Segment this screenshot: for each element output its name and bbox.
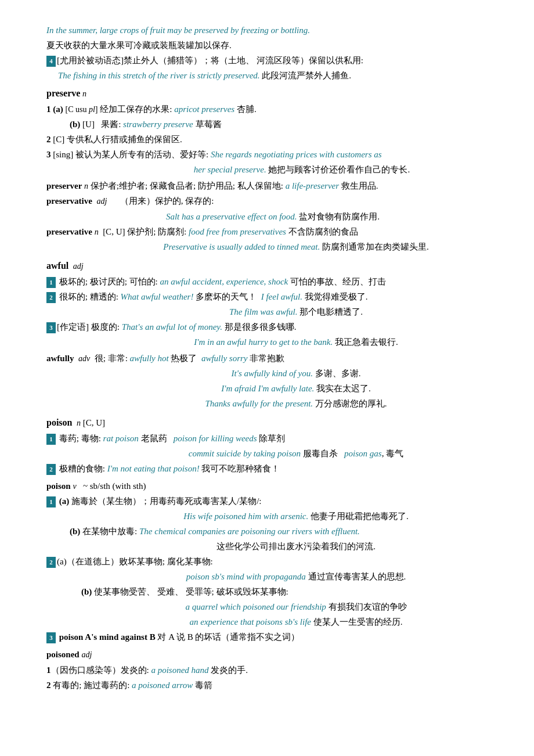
num-badge-poison-2: 2 — [46, 464, 56, 476]
num-badge-poison-1: 1 — [46, 434, 56, 445]
poison-v-def-2b: (b) 使某事物受苦、 受难、 受罪等; 破坏或毁坏某事物: — [81, 585, 499, 599]
awful-hurry-example: I'm in an awful hurry to get to the bank… — [93, 335, 499, 349]
poison-v-def-1b: (b) 在某物中放毒: The chemical companies are p… — [70, 524, 499, 538]
example-apricot: apricot preserves — [174, 105, 234, 114]
example-strawberry: strawberry preserve — [123, 120, 193, 129]
preservative-n-example2: Preservative is usually added to tinned … — [93, 240, 499, 254]
awfully-late-example: I'm afraid I'm awfully late. 我实在太迟了. — [93, 381, 499, 395]
headword-preserve-n: preserve n — [46, 86, 499, 101]
num-badge-poison-v-3: 3 — [46, 632, 56, 644]
headword-preserve: preserve — [46, 88, 80, 98]
poison-def-1: 1 毒药; 毒物: rat poison 老鼠药 poison for kill… — [46, 431, 499, 445]
example-line-1: In the summer, large crops of fruit may … — [46, 23, 499, 37]
num-badge-awful-3: 3 — [46, 322, 56, 334]
num-badge-awful-2: 2 — [46, 292, 56, 304]
poison-friendship-example: a quarrel which poisoned our friendship … — [93, 600, 499, 614]
headword-awful-word: awful — [46, 261, 68, 271]
def-num4: 4[尤用於被动语态]禁止外人（捕猎等）；将（土地、 河流区段等）保留以供私用: — [46, 53, 499, 67]
example-food-free: food free from preservatives — [189, 227, 286, 236]
example-awful-weather: What awful weather! — [121, 292, 194, 301]
awfully-thanks-example: Thanks awfully for the present. 万分感谢您的厚礼… — [93, 397, 499, 411]
headword-poison-v-word: poison — [46, 481, 71, 491]
example-awful-lot: That's an awful lot of money. — [122, 322, 222, 332]
awfully-entry: awfully adv 很; 非常: awfully hot 热极了 awful… — [46, 351, 499, 365]
headword-poison-n: poison n [C, U] — [46, 415, 499, 430]
num-badge-4: 4 — [46, 56, 56, 67]
preservative-adj-entry: preservative adj （用来）保护的, 保存的: — [46, 194, 499, 208]
preservative-n-entry: preservative n [C, U] 保护剂; 防腐剂: food fre… — [46, 225, 499, 239]
example-life-preserver: a life-preserver — [286, 181, 339, 190]
example-rat-poison: rat poison — [103, 434, 139, 443]
poison-def-2: 2 极糟的食物: I'm not eating that poison! 我可不… — [46, 462, 499, 476]
example-italic-river: The fishing in this stretch of the river… — [58, 71, 260, 80]
poison-v-def-1a: 1 (a) 施毒於（某生物）；用毒药毒死或毒害某人/某物/: — [46, 494, 499, 508]
example-feel-awful: I feel awful. — [261, 292, 302, 301]
poisoned-def-1: 1（因伤口感染等）发炎的: a poisoned hand 发炎的手. — [46, 663, 499, 677]
headword-preserver: preserver — [46, 181, 82, 190]
headword-poison-word: poison — [46, 417, 72, 427]
preserve-def-1b: (b) [U] 果酱: strawberry preserve 草莓酱 — [70, 117, 499, 131]
example-negotiating: She regards negotiating prices with cust… — [211, 150, 382, 159]
poison-suicide-example: commit suicide by taking poison 服毒自杀 poi… — [93, 447, 499, 460]
headword-poison-v: poison v ~ sb/sth (with sth) — [46, 479, 499, 493]
example-awfully-sorry: awfully sorry — [201, 354, 248, 363]
chinese-trans-1: 夏天收获的大量水果可冷藏或装瓶装罐加以保存. — [46, 38, 499, 52]
preservative-example: Salt has a preservative effect on food. … — [46, 210, 499, 224]
poisoned-def-2: 2 有毒的; 施过毒药的: a poisoned arrow 毒箭 — [46, 678, 499, 692]
example-chemical-companies: The chemical companies are poisoning our… — [139, 527, 360, 536]
example-awful-accident: an awful accident, experience, shock — [160, 277, 288, 286]
pos-preserve: n — [82, 89, 86, 98]
example-poisoned-arrow: a poisoned arrow — [132, 681, 193, 690]
poisoned-entry: poisoned adj — [46, 647, 499, 661]
preserve-def-2: 2 [C] 专供私人行猎或捕鱼的保留区. — [46, 132, 499, 146]
pos-poison-n: n — [77, 419, 81, 427]
example-italic-1: In the summer, large crops of fruit may … — [46, 26, 310, 35]
chemical-cn: 这些化学公司排出废水污染着我们的河流. — [93, 539, 499, 553]
example-awfully-hot: awfully hot — [130, 354, 169, 363]
headword-preservative-n: preservative — [46, 227, 92, 236]
poison-arsenic-example: His wife poisoned him with arsenic. 他妻子用… — [93, 509, 499, 523]
example-poison-weeds: poison for killing weeds — [174, 434, 257, 443]
preserve-def-3: 3 [sing] 被认为某人所专有的活动、爱好等: She regards ne… — [46, 147, 499, 161]
awful-film-example: The film was awful. 那个电影糟透了. — [93, 305, 499, 319]
headword-preservative-adj: preservative — [46, 196, 92, 206]
num-badge-poison-v-1: 1 — [46, 496, 56, 508]
poison-v-def-2a: 2(a)（在道德上）败坏某事物; 腐化某事物: — [46, 555, 499, 568]
preserver-entry: preserver n 保护者;维护者; 保藏食品者; 防护用品; 私人保留地:… — [46, 179, 499, 193]
headword-poisoned: poisoned — [46, 650, 80, 659]
awful-def-2: 2 很坏的; 糟透的: What awful weather! 多麽坏的天气！ … — [46, 290, 499, 304]
awful-def-1: 1 极坏的; 极讨厌的; 可怕的: an awful accident, exp… — [46, 275, 499, 289]
poison-experience-example: an experience that poisons sb's life 使某人… — [93, 615, 499, 629]
headword-awful: awful adj — [46, 258, 499, 273]
num-badge-poison-v-2: 2 — [46, 557, 56, 568]
example-poisoned-hand: a poisoned hand — [151, 665, 208, 675]
poison-v-def-3: 3 poison A's mind against B 对 A 说 B 的坏话（… — [46, 630, 499, 644]
example-preserve-river: The fishing in this stretch of the river… — [58, 69, 499, 82]
awfully-kind-example: It's awfully kind of you. 多谢、多谢. — [93, 366, 499, 380]
example-not-eating: I'm not eating that poison! — [107, 464, 200, 473]
preserve-def-1a: 1 (a) [C usu pl] 经加工保存的水果: apricot prese… — [46, 102, 499, 116]
example-poison-gas: poison gas — [344, 449, 382, 458]
awful-def-3: 3[作定语] 极度的: That's an awful lot of money… — [46, 320, 499, 334]
dictionary-page: In the summer, large crops of fruit may … — [46, 23, 499, 692]
headword-awfully: awfully — [46, 354, 74, 363]
num-badge-awful-1: 1 — [46, 277, 56, 289]
preserve-def-3-cont: her special preserve. 她把与顾客讨价还价看作自己的专长. — [104, 163, 499, 177]
pos-awful: adj — [73, 262, 84, 271]
poison-propaganda-example: poison sb's mind with propaganda 通过宣传毒害某… — [93, 570, 499, 584]
